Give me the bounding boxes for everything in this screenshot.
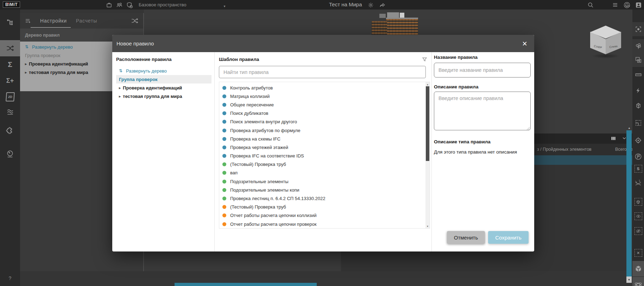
locate-target-icon[interactable]: [632, 133, 644, 147]
svg-text:2: 2: [639, 180, 640, 181]
tree-item[interactable]: ▸Проверка идентификаций: [116, 83, 211, 92]
rule-type-item[interactable]: Контроль атрибутов: [219, 83, 430, 92]
navigation-cube[interactable]: Сзади Слева: [590, 25, 621, 59]
tree-item[interactable]: ▸тестовая группа для мира: [116, 92, 211, 100]
app-screen: BiMiT Базовое пространство ▾ Тест на Мир…: [0, 0, 644, 286]
briefcase-icon[interactable]: [106, 1, 113, 8]
rule-type-search-input[interactable]: [219, 66, 426, 78]
rule-type-label: Поиск дубликатов: [230, 111, 268, 116]
dialog-header: Новое правило ×: [112, 35, 534, 52]
fit-view-icon[interactable]: [632, 22, 644, 36]
rule-type-item[interactable]: (Тестовый) Проверка труб: [219, 160, 430, 169]
clear-selection-icon[interactable]: ✕: [632, 246, 644, 260]
scroll-down-icon[interactable]: ▼: [425, 224, 430, 228]
scroll-up-icon[interactable]: ▲: [626, 125, 632, 130]
team-icon[interactable]: [116, 1, 123, 8]
gear-icon[interactable]: [367, 1, 374, 8]
rule-type-item[interactable]: Поиск элемента внутри другого: [219, 118, 430, 126]
waves-chart-icon[interactable]: [0, 104, 20, 120]
puzzle-icon[interactable]: [0, 122, 20, 138]
workspace-selector[interactable]: Базовое пространство: [139, 2, 187, 7]
caret-down-icon[interactable]: ▾: [221, 2, 228, 10]
hide-eye-icon[interactable]: [632, 224, 644, 238]
svg-text:1: 1: [635, 180, 636, 182]
flag-icon[interactable]: [632, 149, 644, 163]
selection-set-icon[interactable]: S: [632, 162, 644, 176]
rule-type-label: вап: [230, 170, 238, 175]
sigma-icon[interactable]: Σ: [0, 56, 20, 73]
rule-type-item[interactable]: Подозрительные элементы: [219, 177, 430, 186]
show-eye-icon[interactable]: [632, 209, 644, 223]
help-icon[interactable]: ?: [0, 275, 20, 281]
rule-type-item[interactable]: Отчет работы расчета цепочки коллизий: [219, 211, 430, 220]
share-icon[interactable]: [379, 1, 386, 8]
rule-type-item[interactable]: Подозрительные элементы копи: [219, 186, 430, 194]
rule-type-dot: [222, 154, 226, 158]
rule-type-label: Общее пересечение: [230, 102, 274, 107]
tab-calculations[interactable]: Расчеты: [76, 18, 97, 24]
rules-tree-icon[interactable]: [0, 14, 20, 30]
rule-list-scrollbar[interactable]: ▲ ▼: [425, 82, 430, 228]
rule-type-dot: [222, 94, 226, 98]
rule-template-title: Шаблон правила: [219, 57, 259, 62]
rule-type-item[interactable]: Проверка на схемы IFC: [219, 135, 430, 143]
rule-type-item[interactable]: (Тестовый) Проверка труб: [219, 203, 430, 211]
measure-ruler-icon[interactable]: [632, 68, 644, 82]
isolate-selection-icon[interactable]: [632, 53, 644, 67]
tree-item[interactable]: ⇅Развернуть дерево: [116, 67, 211, 75]
tree-item-label: Группа проверок: [119, 77, 158, 82]
panel-menu-icon[interactable]: [25, 18, 31, 24]
rule-type-item[interactable]: Общее пересечение: [219, 100, 430, 109]
rule-type-item[interactable]: Проверка атрибутов по формуле: [219, 126, 430, 135]
cancel-button[interactable]: Отменить: [447, 231, 485, 244]
floor-plan-icon[interactable]: [632, 116, 644, 130]
filter-icon[interactable]: [422, 57, 427, 62]
rule-description-textarea[interactable]: [434, 92, 531, 130]
tab-settings[interactable]: Настройки: [40, 18, 67, 24]
tree-item-label: Проверка идентификаций: [123, 85, 182, 91]
axes-icon[interactable]: 12: [632, 176, 644, 190]
orbit-icon[interactable]: [632, 277, 644, 286]
shuffle-icon[interactable]: [131, 17, 139, 24]
user-avatar-icon[interactable]: [635, 1, 642, 8]
scroll-down-icon[interactable]: ▼: [626, 276, 632, 283]
checks-shuffle-icon[interactable]: [0, 40, 20, 56]
rule-type-item[interactable]: Проверка IFC на соответствие IDS: [219, 152, 430, 160]
top-bar: BiMiT Базовое пространство ▾ Тест на Мир…: [0, 0, 644, 10]
sigma-plus-icon[interactable]: Σ+: [0, 73, 20, 89]
section-flash-icon[interactable]: [632, 83, 644, 98]
gauge-icon[interactable]: [0, 145, 20, 162]
columns-icon[interactable]: [611, 136, 616, 141]
navcube-face-label: Сзади: [590, 44, 606, 49]
rule-type-dot: [222, 162, 226, 166]
horizontal-scrollbar-thumb[interactable]: [175, 283, 317, 286]
environment-tree-icon[interactable]: [632, 39, 644, 53]
tree-item[interactable]: Группа проверок: [116, 75, 211, 83]
scrollbar-thumb[interactable]: [426, 86, 429, 161]
rule-type-item[interactable]: Отчет работы расчета цепочки проверок: [219, 220, 430, 228]
section-box-icon[interactable]: [632, 99, 644, 113]
shield-icon[interactable]: [126, 1, 133, 8]
search-icon[interactable]: [587, 1, 594, 8]
notifications-bell-icon[interactable]: [623, 1, 630, 8]
menu-list-icon[interactable]: [612, 1, 619, 8]
results-vertical-scrollbar[interactable]: ▲ ▼: [626, 125, 632, 283]
rule-type-item[interactable]: вап: [219, 169, 430, 177]
cube-view-icon[interactable]: [632, 261, 644, 276]
close-icon[interactable]: ×: [522, 40, 527, 47]
two-d-icon[interactable]: 2D: [0, 89, 20, 105]
rule-type-item[interactable]: Поиск дубликатов: [219, 109, 430, 118]
rule-name-input[interactable]: [434, 63, 531, 77]
scroll-up-icon[interactable]: ▲: [425, 82, 430, 86]
save-button[interactable]: Сохранить: [488, 231, 529, 244]
rule-location-column: Расположение правила ⇅Развернуть деревоГ…: [112, 52, 215, 251]
rule-type-item[interactable]: Проверка лестниц п. 6.4.2 СП 54.13330.20…: [219, 194, 430, 203]
rule-type-item[interactable]: Матрица коллизий: [219, 92, 430, 100]
chevron-down-icon[interactable]: [622, 136, 627, 141]
rule-type-item[interactable]: Проверка чертежей этажей: [219, 143, 430, 151]
rule-name-label: Название правила: [434, 55, 531, 60]
app-logo[interactable]: BiMiT: [3, 1, 20, 8]
ghost-cube-icon[interactable]: [632, 195, 644, 209]
scrollbar-thumb[interactable]: [626, 130, 632, 276]
rule-type-label: Проверка лестниц п. 6.4.2 СП 54.13330.20…: [230, 196, 326, 201]
